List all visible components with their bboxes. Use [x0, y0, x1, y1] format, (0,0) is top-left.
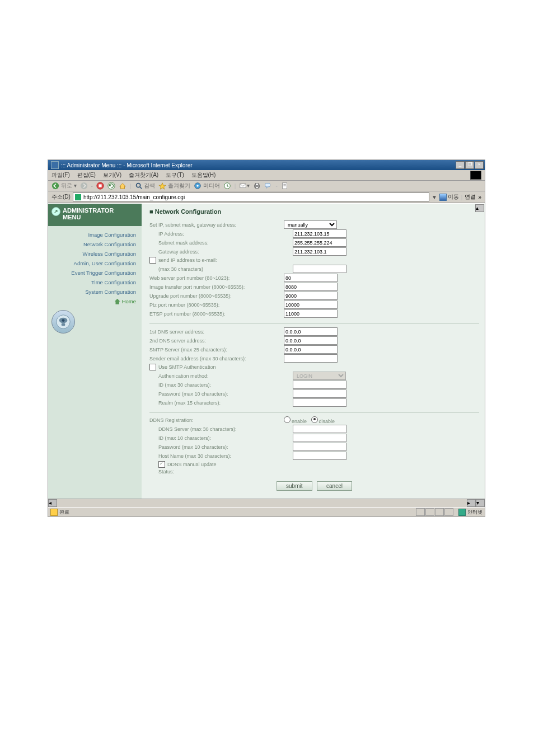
sidebar-item-time-config[interactable]: Time Configuration	[54, 279, 136, 285]
ddns-enable-radio[interactable]	[284, 416, 291, 423]
send-ip-checkbox[interactable]	[149, 257, 156, 264]
set-ip-label: Set IP, subnet mask, gateway address:	[149, 222, 284, 228]
ddns-reg-label: DDNS Registration:	[149, 417, 284, 423]
discuss-button[interactable]	[264, 182, 272, 190]
upg-port-label: Upgrade port number (8000~65535):	[149, 293, 284, 299]
ptz-port-input[interactable]	[284, 300, 338, 309]
ip-mode-select[interactable]: manually	[284, 220, 337, 229]
use-smtp-auth-checkbox[interactable]	[149, 364, 156, 370]
gateway-label: Gateway address:	[149, 249, 293, 255]
smtp-pw-input[interactable]	[293, 389, 346, 398]
img-port-input[interactable]	[284, 283, 338, 291]
main-panel: ■ Network Configuration Set IP, subnet m…	[142, 204, 485, 499]
smtp-input[interactable]	[284, 345, 338, 354]
sidebar: ↗ ADMINISTRATOR MENU Image Configuration…	[48, 204, 142, 499]
smtp-id-input[interactable]	[293, 381, 346, 389]
smtp-realm-input[interactable]	[293, 398, 346, 407]
status-cell	[435, 508, 444, 516]
search-button[interactable]: 검색	[135, 182, 156, 190]
url-input[interactable]: http://211.232.103.15/main_configure.cgi	[73, 192, 429, 201]
forward-button[interactable]	[80, 182, 88, 190]
svg-rect-21	[62, 323, 65, 326]
sidebar-item-event-trigger-config[interactable]: Event Trigger Configuration	[54, 270, 136, 276]
ddns-host-label: Host Name (max 30 characters):	[149, 453, 293, 459]
url-text: http://211.232.103.15/main_configure.cgi	[83, 194, 185, 200]
menu-edit[interactable]: 편집(E)	[77, 172, 96, 178]
home-button[interactable]	[119, 182, 127, 190]
svg-point-8	[196, 185, 199, 187]
cancel-button[interactable]: cancel	[317, 481, 352, 491]
ddns-id-input[interactable]	[293, 434, 346, 442]
content-area: ▴ ↗ ADMINISTRATOR MENU Image Configurati…	[48, 203, 485, 499]
scroll-up-button[interactable]: ▴	[475, 204, 484, 212]
menu-view[interactable]: 보기(V)	[103, 172, 121, 178]
status-icon	[50, 509, 58, 516]
horizontal-scrollbar[interactable]: ◂ ▸ ▾	[48, 499, 485, 507]
smtp-id-label: ID (max 30 characters):	[149, 382, 293, 388]
send-ip-email-input[interactable]	[293, 265, 346, 273]
gateway-input[interactable]	[293, 247, 346, 256]
back-button[interactable]: 뒤로 ▾	[51, 182, 77, 190]
close-button[interactable]: ×	[475, 161, 484, 169]
svg-point-1	[80, 182, 87, 189]
history-button[interactable]	[223, 182, 231, 190]
ddns-disable-radio[interactable]	[311, 416, 318, 423]
upg-port-input[interactable]	[284, 292, 338, 300]
scroll-left-button[interactable]: ◂	[48, 499, 57, 507]
go-button[interactable]: 이동	[439, 193, 459, 201]
ddns-host-input[interactable]	[293, 452, 346, 460]
scroll-right-button[interactable]: ▸	[467, 499, 476, 507]
sidebar-item-home[interactable]: Home	[54, 298, 136, 304]
sidebar-item-image-config[interactable]: Image Configuration	[54, 232, 136, 238]
go-icon	[439, 194, 447, 201]
maximize-button[interactable]: ❐	[465, 161, 474, 169]
menu-favorites[interactable]: 즐겨찾기(A)	[129, 172, 158, 178]
addressbar: 주소(D) http://211.232.103.15/main_configu…	[48, 191, 485, 203]
ddns-manual-checkbox[interactable]	[158, 461, 165, 468]
sidebar-item-network-config[interactable]: Network Configuration	[54, 241, 136, 247]
refresh-button[interactable]	[107, 182, 115, 190]
send-ip-label: send IP address to e-mail:	[158, 257, 217, 263]
admin-header: ↗ ADMINISTRATOR MENU	[48, 204, 142, 226]
dns1-input[interactable]	[284, 327, 338, 336]
menu-help[interactable]: 도움말(H)	[191, 172, 216, 178]
page-title: ■ Network Configuration	[149, 208, 479, 215]
dns2-label: 2nd DNS server address:	[149, 338, 284, 344]
ddns-status-label: Status:	[149, 469, 293, 475]
scroll-down-button[interactable]: ▾	[476, 499, 485, 507]
url-dropdown-button[interactable]: ▼	[432, 194, 437, 200]
media-button[interactable]: 미디어	[194, 182, 220, 190]
menu-tools[interactable]: 도구(T)	[166, 172, 184, 178]
stop-button[interactable]	[96, 182, 104, 190]
edit-button[interactable]	[281, 182, 289, 190]
ddns-pw-input[interactable]	[293, 443, 346, 451]
dns2-input[interactable]	[284, 336, 338, 345]
dns1-label: 1st DNS server address:	[149, 329, 284, 335]
links-expand[interactable]: »	[478, 194, 481, 200]
ddns-server-input[interactable]	[293, 425, 346, 433]
address-label: 주소(D)	[51, 193, 71, 201]
submit-button[interactable]: submit	[277, 481, 312, 491]
subnet-input[interactable]	[293, 238, 346, 247]
print-button[interactable]	[253, 182, 261, 190]
ddns-manual-label: DDNS manual update	[167, 462, 217, 467]
sidebar-item-admin-user-config[interactable]: Admin, User Configuration	[54, 260, 136, 266]
sidebar-item-wireless-config[interactable]: Wireless Configuration	[54, 251, 136, 257]
send-ip-sub-label: (max 30 characters)	[149, 266, 293, 272]
ddns-id-label: ID (max 10 characters):	[149, 435, 293, 441]
sender-input[interactable]	[284, 354, 338, 363]
titlebar: ::: Administrator Menu ::: - Microsoft I…	[48, 160, 485, 170]
dns-smtp-group: 1st DNS server address: 2nd DNS server a…	[149, 327, 479, 407]
internet-zone-icon	[458, 509, 466, 516]
links-label[interactable]: 연결	[465, 193, 476, 201]
svg-point-20	[62, 319, 65, 322]
favorites-button[interactable]: 즐겨찾기	[158, 182, 190, 190]
web-port-input[interactable]	[284, 274, 338, 282]
etsp-port-input[interactable]	[284, 309, 338, 318]
zone-text: 인터넷	[467, 509, 483, 516]
sidebar-item-system-config[interactable]: System Configuration	[54, 289, 136, 295]
mail-button[interactable]: ▾	[239, 182, 250, 190]
ip-address-input[interactable]	[293, 229, 346, 238]
menu-file[interactable]: 파일(F)	[51, 172, 70, 178]
minimize-button[interactable]: _	[456, 161, 465, 169]
